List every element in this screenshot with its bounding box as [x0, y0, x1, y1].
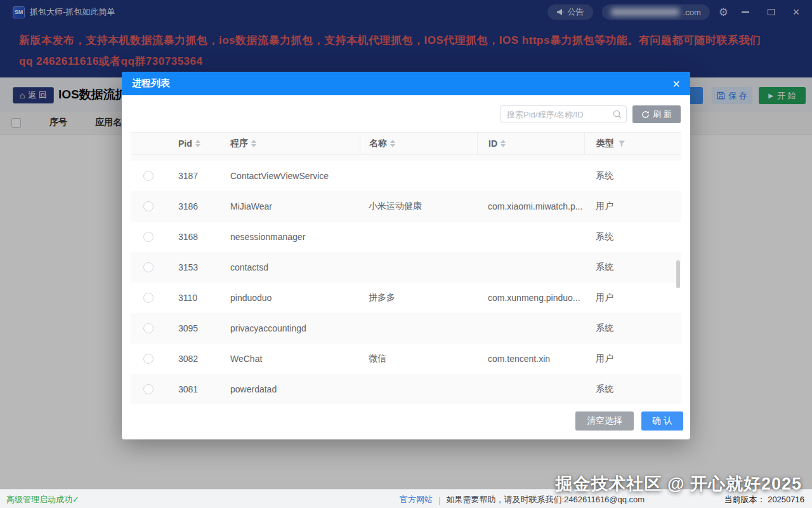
clear-selection-button[interactable]: 清空选择: [575, 411, 634, 431]
radio-button[interactable]: [143, 232, 154, 242]
sort-icon[interactable]: [501, 140, 506, 147]
cell-pid: 3095: [166, 323, 230, 333]
process-row[interactable]: 3081 powerdatad 系统: [131, 374, 681, 404]
process-row[interactable]: 3082 WeChat 微信 com.tencent.xin 用户: [131, 344, 681, 374]
dialog-header: 进程列表 ×: [122, 72, 690, 95]
process-table: Pid 程序 名称 ID 类型 3187 ContactViewViewServ…: [131, 132, 681, 406]
cell-pid: 3110: [166, 293, 230, 303]
cell-program: WeChat: [230, 354, 360, 364]
cell-name: 小米运动健康: [360, 201, 477, 212]
status-message: 高级管理启动成功✓: [6, 494, 79, 505]
row-radio-cell: [131, 201, 166, 211]
process-row[interactable]: 3168 nesessionmanager 系统: [131, 222, 681, 252]
cell-type: 系统: [584, 384, 681, 395]
process-list-dialog: 进程列表 × 刷 新 Pid 程序 名称 ID 类型: [122, 72, 690, 439]
dialog-close-button[interactable]: ×: [672, 77, 680, 90]
cell-pid: 3081: [166, 384, 230, 394]
partial-row: [131, 155, 681, 161]
header-program[interactable]: 程序: [230, 133, 360, 154]
header-pid-label: Pid: [178, 138, 192, 149]
official-site-link[interactable]: 官方网站: [400, 494, 433, 505]
header-type[interactable]: 类型: [584, 133, 681, 154]
row-radio-cell: [131, 323, 166, 333]
cell-program: privacyaccountingd: [230, 323, 360, 333]
row-radio-cell: [131, 262, 166, 272]
process-row[interactable]: 3187 ContactViewViewService 系统: [131, 161, 681, 191]
cell-type: 用户: [584, 292, 681, 304]
cell-program: pinduoduo: [230, 293, 360, 303]
radio-button[interactable]: [143, 171, 154, 181]
radio-button[interactable]: [143, 201, 154, 211]
header-type-label: 类型: [596, 138, 614, 149]
cell-pid: 3153: [166, 262, 230, 272]
status-divider: |: [438, 495, 440, 505]
cell-pid: 3082: [166, 354, 230, 364]
refresh-button[interactable]: 刷 新: [632, 105, 681, 123]
sort-icon[interactable]: [390, 140, 395, 147]
header-id-label: ID: [488, 138, 497, 149]
confirm-button[interactable]: 确 认: [641, 411, 683, 431]
help-contact-text: 如果需要帮助，请及时联系我们:2462611616@qq.com: [446, 494, 645, 505]
process-row[interactable]: 3095 privacyaccountingd 系统: [131, 313, 681, 344]
radio-button[interactable]: [143, 384, 154, 394]
cell-type: 系统: [584, 323, 681, 334]
cell-program: contactsd: [230, 262, 360, 272]
row-radio-cell: [131, 384, 166, 394]
header-pid[interactable]: Pid: [166, 133, 230, 154]
radio-button[interactable]: [143, 323, 154, 333]
row-radio-cell: [131, 354, 166, 364]
dialog-title: 进程列表: [132, 77, 170, 90]
header-program-label: 程序: [230, 138, 248, 149]
process-row[interactable]: 3186 MiJiaWear 小米运动健康 com.xiaomi.miwatch…: [131, 191, 681, 222]
cell-program: ContactViewViewService: [230, 171, 360, 181]
radio-button[interactable]: [143, 293, 154, 303]
refresh-icon: [641, 110, 650, 119]
cell-type: 用户: [584, 201, 681, 212]
header-radio-spacer: [131, 133, 166, 154]
version-label: 当前版本：: [724, 495, 766, 504]
search-wrap: [500, 105, 627, 123]
cell-program: nesessionmanager: [230, 232, 360, 242]
process-row[interactable]: 3110 pinduoduo 拼多多 com.xunmeng.pinduo...…: [131, 283, 681, 313]
search-input[interactable]: [500, 105, 627, 123]
row-radio-cell: [131, 171, 166, 181]
dialog-footer: 清空选择 确 认: [122, 411, 690, 439]
radio-button[interactable]: [143, 262, 154, 272]
search-icon: [612, 109, 622, 119]
cell-pid: 3187: [166, 171, 230, 181]
radio-button[interactable]: [143, 354, 154, 364]
cell-program: powerdatad: [230, 384, 360, 394]
row-radio-cell: [131, 293, 166, 303]
process-table-header: Pid 程序 名称 ID 类型: [131, 132, 681, 155]
status-center: 官方网站 | 如果需要帮助，请及时联系我们:2462611616@qq.com: [400, 494, 645, 505]
search-row: 刷 新: [122, 95, 690, 123]
filter-icon[interactable]: [618, 140, 625, 147]
cell-type: 系统: [584, 231, 681, 243]
row-radio-cell: [131, 232, 166, 242]
app-window: SM 抓包大师-抓包如此简单 公告 .com ⚙ × 新版本发布，支持本机数据流…: [0, 0, 812, 508]
header-name-label: 名称: [369, 138, 387, 149]
process-row[interactable]: 3153 contactsd 系统: [131, 252, 681, 283]
refresh-label: 刷 新: [653, 109, 672, 120]
cell-type: 用户: [584, 353, 681, 364]
cell-id: com.xiaomi.miwatch.p...: [477, 201, 584, 211]
cell-id: com.tencent.xin: [477, 354, 584, 364]
header-name[interactable]: 名称: [360, 133, 477, 154]
sort-icon[interactable]: [195, 140, 200, 147]
cell-name: 微信: [360, 353, 477, 364]
version-value: 20250716: [768, 495, 804, 504]
cell-name: 拼多多: [360, 292, 477, 304]
cell-pid: 3168: [166, 232, 230, 242]
scrollbar-thumb[interactable]: [676, 260, 680, 288]
process-table-body: 3187 ContactViewViewService 系统 3186 MiJi…: [131, 155, 681, 406]
cell-program: MiJiaWear: [230, 201, 360, 211]
cell-type: 系统: [584, 262, 681, 273]
cell-id: com.xunmeng.pinduo...: [477, 293, 584, 303]
sort-icon[interactable]: [251, 140, 256, 147]
cell-pid: 3186: [166, 201, 230, 211]
status-bar: 高级管理启动成功✓ 官方网站 | 如果需要帮助，请及时联系我们:24626116…: [0, 489, 812, 508]
cell-type: 系统: [584, 170, 681, 182]
header-id[interactable]: ID: [477, 133, 584, 154]
version-info: 当前版本： 20250716: [724, 494, 804, 505]
